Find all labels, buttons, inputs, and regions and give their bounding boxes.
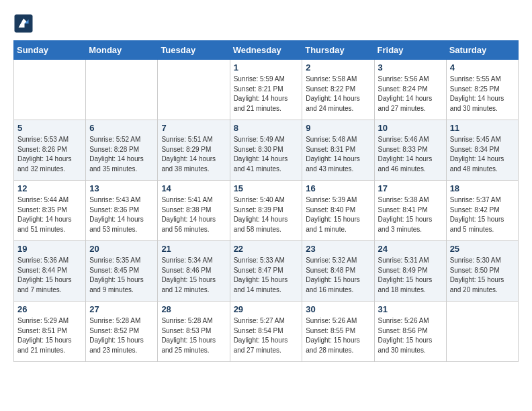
calendar-cell: 29Sunrise: 5:27 AM Sunset: 8:54 PM Dayli… [230,302,302,362]
day-number: 3 [378,62,443,73]
day-info: Sunrise: 5:41 AM Sunset: 8:38 PM Dayligh… [161,195,226,234]
calendar-cell: 11Sunrise: 5:45 AM Sunset: 8:34 PM Dayli… [446,120,518,181]
day-info: Sunrise: 5:40 AM Sunset: 8:39 PM Dayligh… [234,195,299,234]
day-info: Sunrise: 5:53 AM Sunset: 8:26 PM Dayligh… [17,135,82,174]
calendar-cell: 24Sunrise: 5:31 AM Sunset: 8:49 PM Dayli… [374,241,446,302]
day-info: Sunrise: 5:59 AM Sunset: 8:21 PM Dayligh… [234,75,299,113]
day-number: 10 [378,123,443,133]
day-number: 17 [378,183,443,193]
day-number: 9 [306,123,370,133]
calendar-cell [158,60,230,120]
calendar-cell: 15Sunrise: 5:40 AM Sunset: 8:39 PM Dayli… [230,181,302,241]
calendar-cell: 19Sunrise: 5:36 AM Sunset: 8:44 PM Dayli… [14,241,86,302]
day-info: Sunrise: 5:27 AM Sunset: 8:54 PM Dayligh… [234,316,299,355]
calendar-cell: 22Sunrise: 5:33 AM Sunset: 8:47 PM Dayli… [230,241,302,302]
day-number: 20 [89,244,154,254]
day-info: Sunrise: 5:58 AM Sunset: 8:22 PM Dayligh… [306,75,370,113]
logo [13,13,36,34]
calendar-week-row: 26Sunrise: 5:29 AM Sunset: 8:51 PM Dayli… [14,302,519,362]
day-info: Sunrise: 5:49 AM Sunset: 8:30 PM Dayligh… [234,135,299,174]
calendar-cell: 26Sunrise: 5:29 AM Sunset: 8:51 PM Dayli… [14,302,86,362]
day-info: Sunrise: 5:44 AM Sunset: 8:35 PM Dayligh… [17,195,82,234]
calendar-week-row: 19Sunrise: 5:36 AM Sunset: 8:44 PM Dayli… [14,241,519,302]
day-info: Sunrise: 5:29 AM Sunset: 8:51 PM Dayligh… [17,316,82,355]
day-info: Sunrise: 5:26 AM Sunset: 8:55 PM Dayligh… [306,316,370,355]
day-number: 8 [234,123,299,133]
day-info: Sunrise: 5:26 AM Sunset: 8:56 PM Dayligh… [378,316,443,355]
day-number: 28 [161,304,226,314]
day-info: Sunrise: 5:35 AM Sunset: 8:45 PM Dayligh… [89,256,154,295]
day-number: 11 [450,123,515,133]
calendar-cell: 10Sunrise: 5:46 AM Sunset: 8:33 PM Dayli… [374,120,446,181]
day-number: 4 [450,62,515,73]
day-number: 25 [450,244,515,254]
calendar-cell: 30Sunrise: 5:26 AM Sunset: 8:55 PM Dayli… [302,302,374,362]
day-number: 6 [89,123,154,133]
calendar-cell [446,302,518,362]
day-info: Sunrise: 5:45 AM Sunset: 8:34 PM Dayligh… [450,135,515,174]
day-number: 18 [450,183,515,193]
calendar-table: SundayMondayTuesdayWednesdayThursdayFrid… [13,40,519,362]
day-number: 23 [306,244,370,254]
day-number: 13 [89,183,154,193]
day-info: Sunrise: 5:31 AM Sunset: 8:49 PM Dayligh… [378,256,443,295]
day-info: Sunrise: 5:48 AM Sunset: 8:31 PM Dayligh… [306,135,370,174]
page-header [13,13,519,34]
calendar-cell [86,60,158,120]
calendar-cell: 16Sunrise: 5:39 AM Sunset: 8:40 PM Dayli… [302,181,374,241]
calendar-cell: 12Sunrise: 5:44 AM Sunset: 8:35 PM Dayli… [14,181,86,241]
weekday-header: Saturday [446,41,518,60]
calendar-cell: 17Sunrise: 5:38 AM Sunset: 8:41 PM Dayli… [374,181,446,241]
day-info: Sunrise: 5:36 AM Sunset: 8:44 PM Dayligh… [17,256,82,295]
calendar-cell: 5Sunrise: 5:53 AM Sunset: 8:26 PM Daylig… [14,120,86,181]
calendar-cell: 25Sunrise: 5:30 AM Sunset: 8:50 PM Dayli… [446,241,518,302]
calendar-cell: 7Sunrise: 5:51 AM Sunset: 8:29 PM Daylig… [158,120,230,181]
day-number: 2 [306,62,370,73]
calendar-cell: 6Sunrise: 5:52 AM Sunset: 8:28 PM Daylig… [86,120,158,181]
calendar-cell: 23Sunrise: 5:32 AM Sunset: 8:48 PM Dayli… [302,241,374,302]
calendar-cell: 3Sunrise: 5:56 AM Sunset: 8:24 PM Daylig… [374,60,446,120]
day-info: Sunrise: 5:30 AM Sunset: 8:50 PM Dayligh… [450,256,515,295]
logo-icon [13,13,34,34]
calendar-cell: 31Sunrise: 5:26 AM Sunset: 8:56 PM Dayli… [374,302,446,362]
weekday-header: Friday [374,41,446,60]
calendar-cell: 9Sunrise: 5:48 AM Sunset: 8:31 PM Daylig… [302,120,374,181]
weekday-header: Monday [86,41,158,60]
day-number: 19 [17,244,82,254]
day-number: 7 [161,123,226,133]
day-number: 26 [17,304,82,314]
weekday-header: Tuesday [158,41,230,60]
calendar-cell [14,60,86,120]
calendar-cell: 28Sunrise: 5:28 AM Sunset: 8:53 PM Dayli… [158,302,230,362]
day-info: Sunrise: 5:34 AM Sunset: 8:46 PM Dayligh… [161,256,226,295]
calendar-cell: 20Sunrise: 5:35 AM Sunset: 8:45 PM Dayli… [86,241,158,302]
calendar-week-row: 5Sunrise: 5:53 AM Sunset: 8:26 PM Daylig… [14,120,519,181]
day-info: Sunrise: 5:51 AM Sunset: 8:29 PM Dayligh… [161,135,226,174]
day-number: 31 [378,304,443,314]
calendar-cell: 21Sunrise: 5:34 AM Sunset: 8:46 PM Dayli… [158,241,230,302]
day-number: 12 [17,183,82,193]
day-number: 1 [234,62,299,73]
day-info: Sunrise: 5:43 AM Sunset: 8:36 PM Dayligh… [89,195,154,234]
day-info: Sunrise: 5:46 AM Sunset: 8:33 PM Dayligh… [378,135,443,174]
day-number: 24 [378,244,443,254]
weekday-header: Wednesday [230,41,302,60]
day-info: Sunrise: 5:28 AM Sunset: 8:53 PM Dayligh… [161,316,226,355]
weekday-header: Thursday [302,41,374,60]
calendar-cell: 14Sunrise: 5:41 AM Sunset: 8:38 PM Dayli… [158,181,230,241]
calendar-cell: 27Sunrise: 5:28 AM Sunset: 8:52 PM Dayli… [86,302,158,362]
calendar-week-row: 1Sunrise: 5:59 AM Sunset: 8:21 PM Daylig… [14,60,519,120]
day-info: Sunrise: 5:39 AM Sunset: 8:40 PM Dayligh… [306,195,370,234]
day-number: 21 [161,244,226,254]
day-number: 29 [234,304,299,314]
calendar-header-row: SundayMondayTuesdayWednesdayThursdayFrid… [14,41,519,60]
day-info: Sunrise: 5:38 AM Sunset: 8:41 PM Dayligh… [378,195,443,234]
day-info: Sunrise: 5:33 AM Sunset: 8:47 PM Dayligh… [234,256,299,295]
day-number: 27 [89,304,154,314]
day-number: 16 [306,183,370,193]
day-info: Sunrise: 5:56 AM Sunset: 8:24 PM Dayligh… [378,75,443,113]
calendar-cell: 1Sunrise: 5:59 AM Sunset: 8:21 PM Daylig… [230,60,302,120]
day-number: 15 [234,183,299,193]
day-number: 5 [17,123,82,133]
calendar-cell: 2Sunrise: 5:58 AM Sunset: 8:22 PM Daylig… [302,60,374,120]
